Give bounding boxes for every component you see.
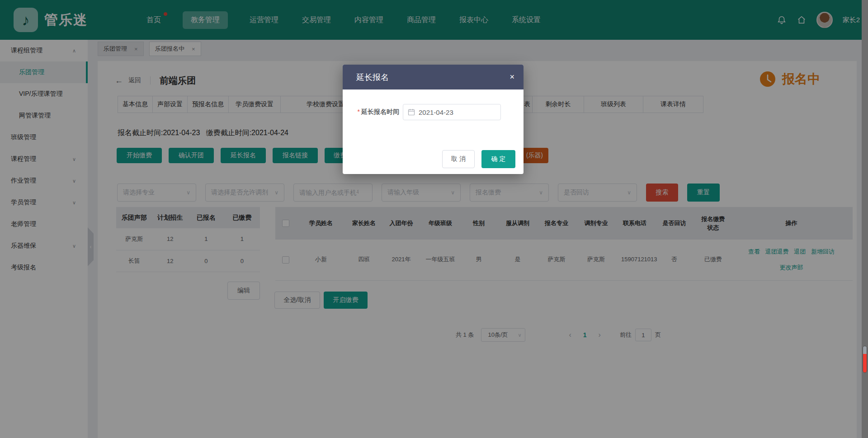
calendar-icon (408, 108, 415, 116)
close-icon[interactable]: × (509, 72, 514, 82)
date-picker[interactable] (403, 104, 501, 120)
scrollbar-thumb-red (863, 354, 867, 373)
scrollbar-thumb-grey (863, 346, 867, 354)
confirm-button[interactable]: 确 定 (481, 150, 515, 168)
extend-signup-modal: 延长报名 × *延长报名时间 取 消 确 定 (343, 65, 524, 174)
cancel-button[interactable]: 取 消 (442, 150, 475, 168)
scrollbar-thumb[interactable] (863, 346, 867, 373)
scrollbar-track[interactable] (862, 0, 868, 438)
modal-title: 延长报名 (356, 72, 389, 83)
modal-footer: 取 消 确 定 (442, 150, 515, 168)
field-label: *延长报名时间 (343, 108, 399, 116)
modal-form-row: *延长报名时间 (343, 104, 524, 120)
app-page: ♪ 管乐迷 首页 教务管理 运营管理 交易管理 内容管理 商品管理 报表中心 系… (0, 0, 868, 438)
modal-header: 延长报名 × (343, 65, 524, 89)
date-input[interactable] (419, 108, 486, 116)
required-asterisk: * (358, 108, 360, 115)
